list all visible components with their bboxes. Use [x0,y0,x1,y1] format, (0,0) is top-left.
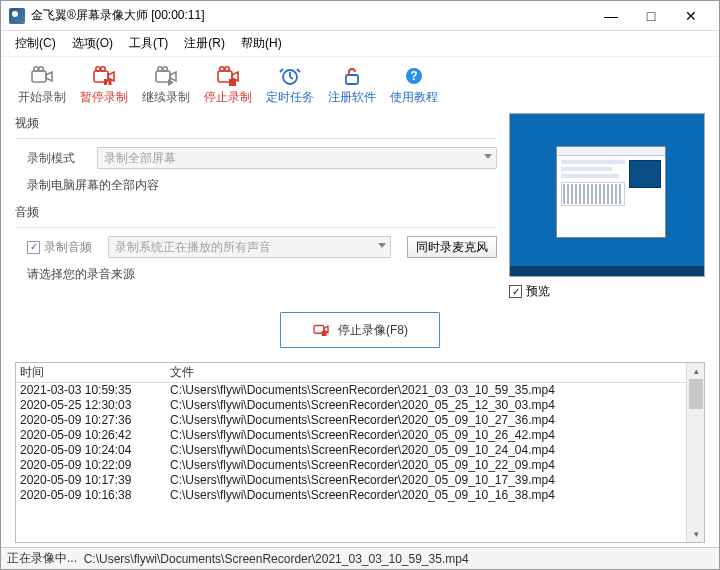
video-heading: 视频 [15,115,497,132]
audio-desc: 请选择您的录音来源 [27,266,497,283]
svg-rect-6 [104,79,107,85]
video-desc: 录制电脑屏幕的全部内容 [27,177,497,194]
toolbar: 开始录制 暂停录制 继续录制 停止录制 定时任务 注册软件 ? 使用教程 [1,57,719,113]
toolbar-label: 停止录制 [204,89,252,106]
cell-file: C:\Users\flywi\Documents\ScreenRecorder\… [166,413,686,428]
window-title: 金飞翼®屏幕录像大师 [00:00:11] [31,7,591,24]
toolbar-label: 注册软件 [328,89,376,106]
tutorial-button[interactable]: ? 使用教程 [387,63,441,108]
cell-time: 2020-05-09 10:22:09 [16,458,166,473]
chevron-down-icon [484,154,492,159]
table-row[interactable]: 2020-05-09 10:16:38C:\Users\flywi\Docume… [16,488,686,503]
record-audio-checkbox[interactable]: ✓ 录制音频 [27,239,92,256]
table-row[interactable]: 2020-05-09 10:24:04C:\Users\flywi\Docume… [16,443,686,458]
table-header: 时间 文件 [16,363,686,383]
checkbox-label: 录制音频 [44,239,92,256]
stop-recording-button[interactable]: 停止录像(F8) [280,312,440,348]
svg-text:?: ? [410,69,417,83]
cell-file: C:\Users\flywi\Documents\ScreenRecorder\… [166,488,686,503]
menu-control[interactable]: 控制(C) [7,31,64,56]
cell-file: C:\Users\flywi\Documents\ScreenRecorder\… [166,383,686,398]
svg-point-2 [39,66,43,70]
table-row[interactable]: 2020-05-09 10:27:36C:\Users\flywi\Docume… [16,413,686,428]
toolbar-label: 暂停录制 [80,89,128,106]
help-icon: ? [402,65,426,87]
record-mic-button[interactable]: 同时录麦克风 [407,236,497,258]
cell-time: 2020-05-09 10:16:38 [16,488,166,503]
svg-rect-14 [229,79,236,86]
cell-time: 2020-05-09 10:17:39 [16,473,166,488]
status-bar: 正在录像中... C:\Users\flywi\Documents\Screen… [1,547,719,569]
maximize-button[interactable]: □ [631,2,671,30]
scroll-down-icon[interactable]: ▾ [687,526,705,542]
record-mode-label: 录制模式 [27,150,81,167]
menu-options[interactable]: 选项(O) [64,31,121,56]
schedule-button[interactable]: 定时任务 [263,63,317,108]
preview-checkbox[interactable]: ✓ 预览 [509,283,705,300]
unlock-icon [340,65,364,87]
video-section: 视频 录制模式 录制全部屏幕 录制电脑屏幕的全部内容 [15,115,497,194]
svg-point-10 [163,66,167,70]
start-record-button[interactable]: 开始录制 [15,63,69,108]
audio-source-select[interactable]: 录制系统正在播放的所有声音 [108,236,391,258]
table-row[interactable]: 2020-05-25 12:30:03C:\Users\flywi\Docume… [16,398,686,413]
camera-stop-icon [312,322,330,339]
toolbar-label: 定时任务 [266,89,314,106]
checkbox-icon: ✓ [509,285,522,298]
col-file-header[interactable]: 文件 [166,363,686,382]
svg-rect-20 [322,331,327,336]
pause-record-button[interactable]: 暂停录制 [77,63,131,108]
clock-icon [278,65,302,87]
camera-stop-icon [216,65,240,87]
checkbox-label: 预览 [526,283,550,300]
audio-heading: 音频 [15,204,497,221]
menu-tools[interactable]: 工具(T) [121,31,176,56]
svg-point-1 [34,66,38,70]
cell-time: 2020-05-09 10:24:04 [16,443,166,458]
menu-help[interactable]: 帮助(H) [233,31,290,56]
table-row[interactable]: 2020-05-09 10:22:09C:\Users\flywi\Docume… [16,458,686,473]
cell-file: C:\Users\flywi\Documents\ScreenRecorder\… [166,443,686,458]
cell-time: 2020-05-09 10:27:36 [16,413,166,428]
select-value: 录制系统正在播放的所有声音 [115,240,271,254]
divider [15,138,497,139]
register-button[interactable]: 注册软件 [325,63,379,108]
vertical-scrollbar[interactable]: ▴ ▾ [686,363,704,542]
menubar: 控制(C) 选项(O) 工具(T) 注册(R) 帮助(H) [1,31,719,57]
status-label: 正在录像中... [7,550,77,567]
scroll-thumb[interactable] [689,379,703,409]
svg-rect-0 [32,71,46,82]
cell-time: 2021-03-03 10:59:35 [16,383,166,398]
chevron-down-icon [378,243,386,248]
resume-record-button[interactable]: 继续录制 [139,63,193,108]
divider [15,227,497,228]
preview-thumbnail [509,113,705,277]
toolbar-label: 开始录制 [18,89,66,106]
camera-pause-icon [92,65,116,87]
button-label: 停止录像(F8) [338,322,408,339]
svg-point-5 [101,66,105,70]
table-row[interactable]: 2020-05-09 10:17:39C:\Users\flywi\Docume… [16,473,686,488]
svg-rect-8 [156,71,170,82]
svg-point-12 [220,66,224,70]
scroll-up-icon[interactable]: ▴ [687,363,705,379]
stop-record-button[interactable]: 停止录制 [201,63,255,108]
toolbar-label: 使用教程 [390,89,438,106]
cell-time: 2020-05-25 12:30:03 [16,398,166,413]
cell-file: C:\Users\flywi\Documents\ScreenRecorder\… [166,428,686,443]
table-row[interactable]: 2021-03-03 10:59:35C:\Users\flywi\Docume… [16,383,686,398]
status-path: C:\Users\flywi\Documents\ScreenRecorder\… [84,552,469,566]
svg-rect-7 [109,79,112,85]
cell-file: C:\Users\flywi\Documents\ScreenRecorder\… [166,398,686,413]
table-row[interactable]: 2020-05-09 10:26:42C:\Users\flywi\Docume… [16,428,686,443]
svg-rect-16 [346,75,358,84]
menu-register[interactable]: 注册(R) [176,31,233,56]
close-button[interactable]: ✕ [671,2,711,30]
record-mode-select[interactable]: 录制全部屏幕 [97,147,497,169]
select-value: 录制全部屏幕 [104,151,176,165]
svg-point-13 [225,66,229,70]
minimize-button[interactable]: — [591,2,631,30]
col-time-header[interactable]: 时间 [16,363,166,382]
recordings-table: 时间 文件 2021-03-03 10:59:35C:\Users\flywi\… [15,362,705,543]
app-icon [9,8,25,24]
